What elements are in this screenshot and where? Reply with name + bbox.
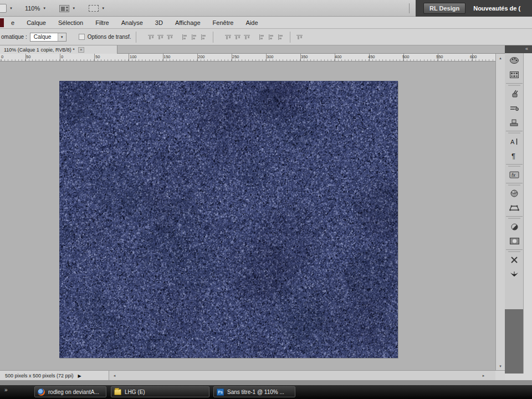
- layer-styles-icon[interactable]: fx: [505, 167, 524, 182]
- status-menu-icon[interactable]: ▶: [78, 374, 81, 378]
- separator: [506, 164, 523, 165]
- panel-group-label: [508, 132, 520, 134]
- auto-align-layers-icon[interactable]: [295, 33, 304, 42]
- auto-select-dropdown[interactable]: Calque ▼: [30, 33, 66, 42]
- taskbar-button-firefox[interactable]: rodleg on deviantA...: [34, 386, 106, 397]
- align-horizontal-centers-icon[interactable]: [190, 33, 199, 42]
- dropdown-icon[interactable]: ▼: [9, 7, 13, 10]
- clone-source-icon[interactable]: [505, 101, 524, 115]
- document-tab[interactable]: 110% (Calque 1 copie, RVB/8) * ×: [0, 45, 117, 54]
- taskbar-button-label: rodleg on deviantA...: [48, 389, 99, 395]
- align-right-edges-icon[interactable]: [199, 33, 208, 42]
- application-bar: ▼ 110% ▼ ▼ ▼ RL Design Nouveautés de (: [0, 0, 532, 17]
- dropdown-icon[interactable]: ▼: [72, 7, 75, 10]
- distribute-vertical-centers-icon[interactable]: [233, 33, 242, 42]
- denim-texture-canvas[interactable]: [59, 81, 398, 358]
- close-icon[interactable]: ×: [78, 47, 84, 53]
- panel-group-label: [508, 251, 520, 252]
- horizontal-scrollbar[interactable]: ◂ ▸: [109, 371, 495, 381]
- ruler-label: 400: [335, 54, 342, 59]
- photoshop-icon: Ps: [217, 388, 224, 396]
- separator: [213, 32, 213, 43]
- dock-empty-area: [505, 309, 524, 374]
- threed-mesh-icon[interactable]: [505, 201, 524, 215]
- menu-item-3d[interactable]: 3D: [149, 19, 169, 26]
- transform-options-checkbox[interactable]: [79, 34, 85, 40]
- threed-sphere-icon[interactable]: [505, 186, 524, 201]
- rl-design-button[interactable]: RL Design: [423, 3, 466, 14]
- ruler-label: 150: [163, 54, 171, 59]
- scroll-down-icon[interactable]: ▾: [496, 362, 505, 370]
- align-vertical-centers-icon[interactable]: [156, 33, 165, 42]
- character-panel-icon[interactable]: A: [505, 134, 524, 149]
- brushes-icon[interactable]: [505, 86, 524, 101]
- distribute-horizontal-centers-icon[interactable]: [267, 33, 276, 42]
- separator: [506, 131, 523, 131]
- distribute-bottom-edges-icon[interactable]: [242, 33, 252, 42]
- panel-dock: « A¶fx: [505, 45, 532, 381]
- document-tab-bar: 110% (Calque 1 copie, RVB/8) * ×: [0, 45, 505, 54]
- separator: [506, 183, 523, 183]
- paragraph-panel-icon[interactable]: ¶: [505, 149, 524, 163]
- color-palette-icon[interactable]: [505, 53, 524, 68]
- masks-icon[interactable]: [505, 234, 524, 248]
- scroll-up-icon[interactable]: ▴: [496, 54, 505, 62]
- menu-item-analyse[interactable]: Analyse: [115, 19, 149, 26]
- ruler-label: 250: [232, 54, 239, 59]
- layer-comps-icon[interactable]: [505, 115, 524, 130]
- align-left-edges-icon[interactable]: [180, 33, 190, 42]
- arrange-documents-icon[interactable]: [59, 5, 69, 12]
- ruler-label: 200: [198, 54, 205, 59]
- scroll-right-icon[interactable]: ▸: [479, 371, 488, 381]
- dropdown-icon[interactable]: ▼: [101, 7, 105, 10]
- document-tab-title: 110% (Calque 1 copie, RVB/8) *: [4, 47, 75, 53]
- auto-select-label: omatique :: [1, 34, 27, 40]
- taskbar-overflow-icon[interactable]: »: [4, 387, 8, 393]
- menu-item-filtre[interactable]: Filtre: [89, 19, 115, 26]
- menu-item-calque[interactable]: Calque: [21, 19, 52, 26]
- distribute-top-edges-icon[interactable]: [223, 33, 233, 42]
- dropdown-icon[interactable]: ▼: [43, 7, 46, 10]
- ruler-label: 550: [436, 54, 443, 59]
- dropdown-icon: ▼: [58, 33, 66, 41]
- ruler-label: 350: [301, 54, 308, 59]
- adjustments-icon[interactable]: [505, 219, 524, 234]
- tool-presets-icon[interactable]: [505, 253, 524, 267]
- menu-item-affichage[interactable]: Affichage: [169, 19, 207, 26]
- options-bar: omatique : Calque ▼ Options de transf.: [0, 29, 532, 45]
- separator: [290, 32, 290, 43]
- separator: [506, 216, 523, 217]
- cut-off-icon: [0, 18, 4, 27]
- windows-taskbar: » rodleg on deviantA...LHG (E)PsSans tit…: [0, 385, 532, 399]
- menu-item-fentre[interactable]: Fenêtre: [207, 19, 240, 26]
- collapse-panels-icon[interactable]: «: [505, 45, 532, 53]
- swatches-icon[interactable]: [505, 68, 524, 82]
- taskbar-button-photoshop[interactable]: PsSans titre-1 @ 110% ...: [213, 386, 295, 397]
- align-top-edges-icon[interactable]: [146, 33, 156, 42]
- taskbar-button-label: Sans titre-1 @ 110% ...: [227, 389, 284, 395]
- ruler-label: 100: [130, 54, 137, 59]
- panel-group-label: [508, 218, 520, 219]
- distribute-right-edges-icon[interactable]: [276, 33, 285, 42]
- taskbar-button-folder[interactable]: LHG (E): [111, 386, 209, 397]
- screen-mode-icon[interactable]: [89, 5, 99, 12]
- vertical-scrollbar[interactable]: ▴ ▾: [495, 54, 505, 370]
- window-bottom-edge: [0, 380, 532, 385]
- status-bar: 500 pixels x 500 pixels (72 ppi) ▶ ◂ ▸: [0, 370, 505, 380]
- distribute-left-edges-icon[interactable]: [257, 33, 267, 42]
- ruler-label: 0: [1, 54, 3, 59]
- transform-options-label: Options de transf.: [88, 34, 131, 40]
- photoshop-window: ▼ 110% ▼ ▼ ▼ RL Design Nouveautés de ( e…: [0, 0, 532, 399]
- svg-text:¶: ¶: [511, 152, 515, 160]
- histogram-feather-icon[interactable]: [505, 267, 524, 282]
- ruler-label: 300: [267, 54, 274, 59]
- menu-item-e[interactable]: e: [3, 19, 21, 26]
- scroll-left-icon[interactable]: ◂: [110, 371, 119, 381]
- promo-text[interactable]: Nouveautés de (: [473, 5, 520, 12]
- menu-item-aide[interactable]: Aide: [240, 19, 264, 26]
- document-tool-icon[interactable]: [0, 4, 7, 13]
- zoom-level[interactable]: 110%: [25, 5, 40, 12]
- taskbar-button-label: LHG (E): [125, 389, 145, 395]
- align-bottom-edges-icon[interactable]: [165, 33, 175, 42]
- menu-item-slection[interactable]: Sélection: [52, 19, 89, 26]
